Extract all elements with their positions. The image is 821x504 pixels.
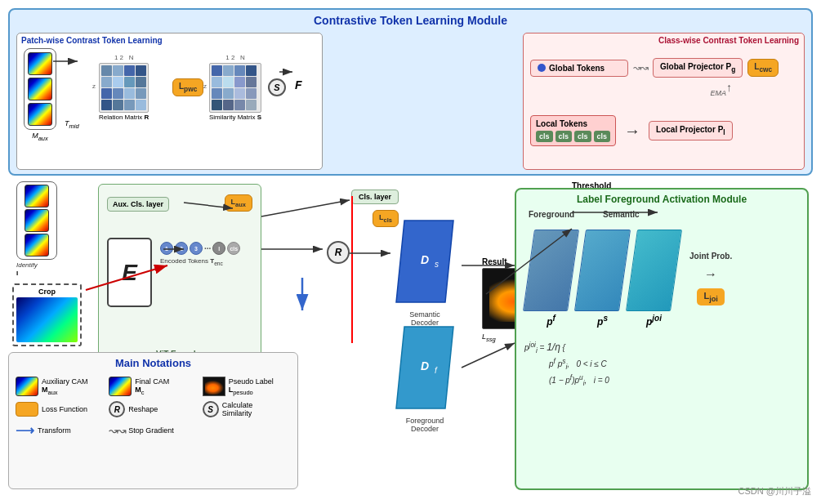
pf-container: pf [529,230,573,328]
pseudo-content-small [205,380,225,395]
notation-reshape: R Reshape [109,401,197,417]
notation-pseudo-label: Pseudo LabelLpesudo [203,377,291,396]
transform-label: Transform [38,426,71,435]
relation-matrix-area: 1 2 N [99,54,149,121]
loss-icon [16,402,38,417]
arrow-to-local-proj: → [624,122,640,140]
vit-encoder-box: Aux. Cls. layer Laux E 1 2 3 ··· l cls E… [98,184,261,364]
notation-similarity: S CalculateSimilarity [203,401,291,417]
notation-loss: Loss Function [16,401,104,417]
mc16 [136,100,146,110]
heatmap-1 [28,52,52,75]
similarity-matrix-area: 1 2 N [209,54,261,121]
lfam-headers: Foreground Semantic [516,207,807,221]
notation-final-cam: Final CAMMc [109,377,197,396]
notations-grid: Auxiliary CAMMaux Final CAMMc Pseudo Lab… [9,373,297,441]
aux-cam-icon [16,377,38,396]
aux-cam-label: Auxiliary CAMMaux [42,377,88,396]
cls-tokens-row: cls cls cls cls [536,131,610,142]
joint-prob-label: Joint Prob. [689,252,732,261]
identify-pill [16,181,57,260]
class-wise-title: Class-wise Contrast Token Learning [524,33,804,47]
aux-pill [24,48,56,130]
ema-arrow: ↑ [726,81,732,94]
contrastive-title: Contrastive Token Learning Module [10,10,811,27]
page-container: Contrastive Token Learning Module Patch-… [0,0,821,504]
svg-text:D: D [421,253,429,266]
formula-line-2: pf psi, 0 < i ≤ C [549,356,799,372]
local-tokens-title: Local Tokens [536,119,610,128]
formula-line-1: pjoii = 1/η { [524,340,799,356]
red-line [351,196,353,343]
right-arrow-joint: → [704,267,717,282]
sm14 [223,100,234,110]
mc4 [136,65,146,76]
reshape-circle: R [327,241,350,264]
ema-label: EMA [710,89,726,97]
mc1 [101,65,112,76]
encoder-E-box: E [107,238,152,307]
ps-shape [574,230,631,311]
pseudo-label-text: Pseudo LabelLpesudo [229,377,274,396]
mc9 [101,88,112,99]
reshape-icon: R [109,401,125,417]
mc5 [101,77,112,87]
class-wise-box: Class-wise Contrast Token Learning Globa… [523,33,805,170]
sm13 [212,100,222,110]
notations-title: Main Notations [9,353,297,373]
id-heatmap-3 [25,234,49,256]
final-cam-label: Final CAMMc [135,377,169,396]
token-2: 2 [175,242,188,255]
heatmap-2 [28,78,52,100]
I-label: I [16,270,94,277]
loss-label: Loss Function [42,405,87,413]
cls-token-3: cls [574,131,591,142]
cls-token-1: cls [536,131,553,142]
sm6 [223,77,234,87]
encoded-tokens-label: Encoded Tokens Tenc [160,257,257,266]
sm10 [223,88,234,99]
s-circle: S [268,78,286,96]
sim-matrix-label: Similarity Matrix S [209,114,261,121]
local-tokens-row: Local Tokens cls cls cls cls → Local Pro… [530,115,733,146]
df-shape: D f [392,323,457,413]
transform-icon: ⟶ [16,422,34,438]
reshape-label: Reshape [128,405,158,413]
cls-dot [538,64,546,72]
foreground-decoder-area: D f ForegroundDecoder [392,323,457,413]
local-projector-box: Local Projector Pl [649,121,733,140]
mc14 [113,100,123,110]
global-projector-box: Global Projector Pg [653,58,743,78]
identify-label: Identify [16,261,94,269]
l-joi-box: Ljoi [697,288,724,306]
notation-aux-cam: Auxiliary CAMMaux [16,377,104,396]
foreground-decoder-label: ForegroundDecoder [392,417,457,433]
sm15 [234,100,245,110]
ps-label: ps [580,314,625,328]
l-ssg-label: Lssg [482,332,496,343]
cls-token-4: cls [594,131,611,142]
sm11 [234,88,245,99]
stop-grad-label: Stop Gradient [128,426,174,435]
global-tokens-box: Global Tokens [530,60,628,77]
stop-grad-icon: ↝↝ [109,424,125,437]
patch-wise-box: Patch-wise Contrast Token Learning Maux … [16,33,323,170]
patch-wise-title: Patch-wise Contrast Token Learning [17,33,322,47]
pf-label: pf [529,314,573,328]
token-3: 3 [190,242,203,255]
token-ellipsis: ··· [204,244,211,253]
global-tokens-label: Global Tokens [549,64,605,73]
global-projector-label: Global Projector Pg [660,62,735,71]
encoded-tokens-area: 1 2 3 ··· l cls Encoded Tokens Tenc [160,242,257,266]
semantic-decoder-area: D s SemanticDecoder [392,216,457,306]
mc7 [124,77,135,87]
ps-container: ps [580,230,625,328]
l-aux-box: Laux [225,194,252,212]
token-1: 1 [160,242,173,255]
sm3 [234,65,245,76]
sm8 [246,77,257,87]
l-pwc-box: Lpwc [172,78,203,96]
crop-label: Crop [16,288,78,296]
sm4 [246,65,257,76]
mc10 [113,88,123,99]
